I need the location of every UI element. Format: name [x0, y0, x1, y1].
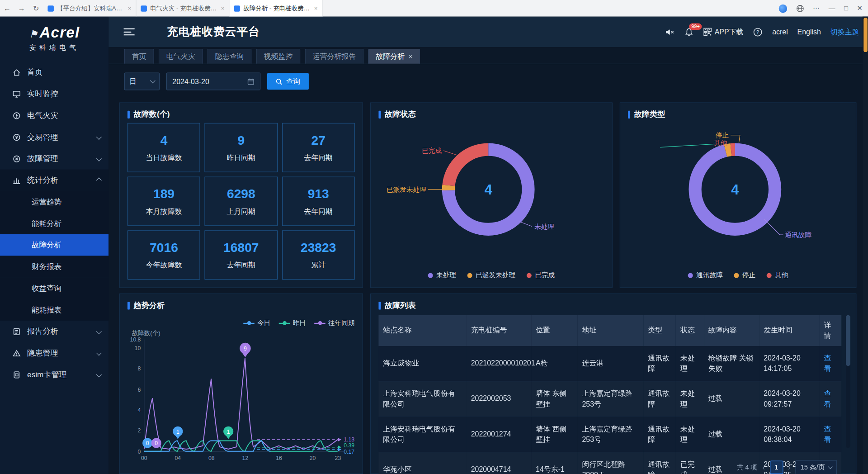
- panel-title: 故障类型: [634, 109, 665, 119]
- scrollbar-thumb[interactable]: [863, 18, 868, 52]
- sidebar-item-hazard-mgmt[interactable]: 隐患管理: [0, 342, 108, 364]
- sidebar-subitem-income-query[interactable]: 收益查询: [0, 277, 108, 299]
- browser-chrome: ← → ↻ 【平台介绍】安科瑞AcrelCloud-9 × 电气火灾 - 充电桩…: [0, 0, 868, 17]
- notification-bell[interactable]: 99+: [684, 27, 694, 37]
- prev-page-button[interactable]: ‹: [762, 463, 764, 471]
- sidebar-item-esim[interactable]: esim卡管理: [0, 364, 108, 385]
- window-minimize-button[interactable]: —: [829, 5, 835, 12]
- sidebar-item-label: 故障管理: [27, 154, 58, 164]
- header-actions: 99+ APP下载 ? acrel English 切换主题: [665, 27, 868, 37]
- mute-icon[interactable]: [665, 27, 675, 37]
- window-maximize-button[interactable]: □: [844, 5, 848, 12]
- sidebar-item-transactions[interactable]: 交易管理: [0, 126, 108, 148]
- username[interactable]: acrel: [772, 28, 788, 36]
- legend-item[interactable]: 未处理: [428, 271, 457, 280]
- sidebar-item-fault-mgmt[interactable]: 故障管理: [0, 148, 108, 170]
- view-detail-link[interactable]: 查看: [824, 354, 831, 373]
- stat-value: 23823: [301, 240, 336, 255]
- panel-title: 故障状态: [385, 109, 416, 119]
- stat-card: 6298上月同期: [205, 177, 278, 226]
- fault-type-donut-chart[interactable]: 4 停止 其他 通讯故障: [620, 123, 857, 261]
- sidebar-subitem-operation-trend[interactable]: 运营趋势: [0, 191, 108, 213]
- tab-hazard-query[interactable]: 隐患查询: [208, 49, 252, 64]
- theme-switch-link[interactable]: 切换主题: [830, 27, 859, 37]
- panel-title: 故障数(个): [133, 109, 170, 119]
- app-download-label: APP下载: [715, 27, 744, 37]
- sidebar-item-home[interactable]: 首页: [0, 62, 108, 83]
- legend-item[interactable]: 昨日: [279, 318, 306, 328]
- sidebar-subitem-energy-analysis[interactable]: 能耗分析: [0, 213, 108, 234]
- globe-icon[interactable]: [796, 4, 804, 12]
- page-scrollbar[interactable]: [863, 17, 868, 474]
- tab-fault-analysis[interactable]: 故障分析 ×: [368, 49, 420, 64]
- browser-tab-1[interactable]: 【平台介绍】安科瑞AcrelCloud-9 ×: [43, 0, 137, 17]
- legend-item[interactable]: 其他: [767, 271, 788, 280]
- fire-icon: [12, 111, 21, 120]
- warning-icon: [12, 349, 21, 358]
- subitem-label: 能耗分析: [32, 218, 61, 228]
- legend-item[interactable]: 停止: [734, 271, 755, 280]
- sidebar-item-statistics[interactable]: 统计分析: [0, 170, 108, 191]
- collapse-menu-icon[interactable]: [123, 26, 135, 37]
- legend-item[interactable]: 今日: [243, 318, 270, 328]
- table-row[interactable]: 上海安科瑞电气股份有限公司 2022001274 墙体 西侧壁挂 上海嘉定育绿路…: [378, 417, 841, 452]
- table-row[interactable]: 上海安科瑞电气股份有限公司 2022002053 墙体 东侧壁挂 上海嘉定育绿路…: [378, 381, 841, 417]
- tab-home[interactable]: 首页: [124, 49, 154, 64]
- period-select[interactable]: 日: [124, 72, 160, 90]
- table-scrollbar[interactable]: [846, 315, 850, 448]
- help-icon[interactable]: ?: [753, 27, 763, 37]
- date-input[interactable]: 2024-03-20: [166, 72, 260, 90]
- legend-item[interactable]: 往年同期: [314, 318, 355, 328]
- chevron-down-icon: [96, 329, 102, 334]
- callout-done: 已完成: [422, 147, 442, 154]
- window-close-button[interactable]: ✕: [857, 5, 862, 12]
- sidebar-item-report-analysis[interactable]: 报告分析: [0, 321, 108, 342]
- sidebar-subitem-energy-report[interactable]: 能耗报表: [0, 299, 108, 321]
- stat-label: 当日故障数: [146, 152, 182, 162]
- fault-status-donut-chart[interactable]: 4 已完成 已派发未处理 未处理: [371, 123, 613, 261]
- browser-forward-button[interactable]: →: [14, 4, 29, 12]
- qr-code-icon: [703, 28, 712, 36]
- legend-item[interactable]: 已派发未处理: [467, 271, 516, 280]
- next-page-button[interactable]: ›: [788, 463, 790, 471]
- view-detail-link[interactable]: 查看: [824, 389, 831, 408]
- app-download-button[interactable]: APP下载: [703, 27, 743, 37]
- tab-close-icon[interactable]: ×: [221, 5, 225, 12]
- page-size-select[interactable]: 15 条/页: [795, 460, 837, 474]
- browser-tab-2[interactable]: 电气火灾 - 充电桩收费云平台 ×: [137, 0, 230, 17]
- tab-close-icon[interactable]: ×: [409, 52, 413, 60]
- sidebar-subitem-fault-analysis[interactable]: 故障分析: [0, 234, 108, 256]
- tab-close-icon[interactable]: ×: [128, 5, 132, 12]
- callout-dispatched: 已派发未处理: [387, 186, 427, 193]
- tab-video-monitor[interactable]: 视频监控: [256, 49, 300, 64]
- sidebar-item-realtime[interactable]: 实时监控: [0, 83, 108, 105]
- browser-tab-3-active[interactable]: 故障分析 - 充电桩收费云平台 ×: [230, 0, 323, 17]
- trend-line-chart[interactable]: 故障数(个) 10.8 10 8 6 4 2 0 00 04 08 12 16 …: [124, 328, 359, 474]
- cell-pile: 2021022000010201: [467, 346, 531, 381]
- avg-history-label: 1.13: [344, 436, 354, 443]
- current-page[interactable]: 1: [770, 461, 783, 474]
- query-button[interactable]: 查询: [267, 73, 309, 90]
- sidebar-subitem-finance-report[interactable]: 财务报表: [0, 256, 108, 278]
- table-row[interactable]: 海立威物业 2021022000010201 A枪 连云港 通讯故障 未处理 枪…: [378, 346, 841, 381]
- tab-close-icon[interactable]: ×: [314, 5, 318, 12]
- browser-refresh-button[interactable]: ↻: [29, 4, 43, 12]
- browser-more-button[interactable]: ⋯: [813, 5, 820, 12]
- legend-item[interactable]: 已完成: [527, 271, 555, 280]
- language-switch[interactable]: English: [797, 28, 821, 36]
- extension-icon[interactable]: [778, 4, 787, 12]
- scrollbar-thumb[interactable]: [846, 315, 850, 366]
- legend-item[interactable]: 通讯故障: [688, 271, 723, 280]
- fault-table: 站点名称 充电桩编号 位置 地址 类型 状态 故障内容 发生时间 详情 海立威物…: [378, 315, 841, 474]
- tab-operation-report[interactable]: 运营分析报告: [305, 49, 363, 64]
- tab-electric-fire[interactable]: 电气火灾: [159, 49, 203, 64]
- svg-text:0: 0: [155, 440, 158, 446]
- stat-label: 去年同期: [226, 260, 255, 270]
- status-legend: 未处理 已派发未处理 已完成: [371, 271, 612, 280]
- cell-site: 上海安科瑞电气股份有限公司: [378, 417, 467, 452]
- cell-address: 上海嘉定育绿路253号: [578, 417, 644, 452]
- browser-back-button[interactable]: ←: [0, 4, 14, 12]
- view-detail-link[interactable]: 查看: [824, 425, 831, 444]
- sidebar-item-electric-fire[interactable]: 电气火灾: [0, 104, 108, 126]
- col-header: 类型: [644, 315, 676, 346]
